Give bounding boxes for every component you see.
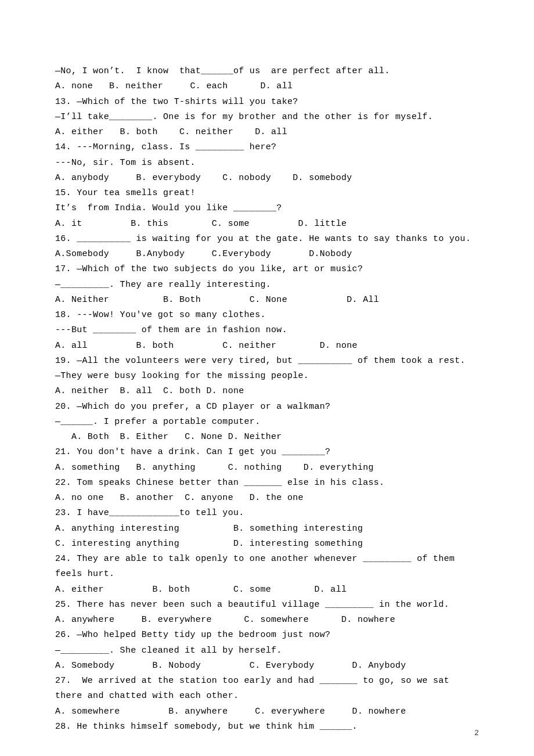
text-line: 17. —Which of the two subjects do you li… xyxy=(55,262,479,277)
text-line: A. none B. neither C. each D. all xyxy=(55,79,479,94)
text-line: 13. —Which of the two T-shirts will you … xyxy=(55,95,479,110)
text-line: C. interesting anything D. interesting s… xyxy=(55,537,479,552)
text-line: ---But ________ of them are in fashion n… xyxy=(55,323,479,338)
text-line: 19. —All the volunteers were very tired,… xyxy=(55,354,479,369)
text-line: A. it B. this C. some D. little xyxy=(55,217,479,232)
text-line: It’s from India. Would you like ________… xyxy=(55,201,479,216)
text-line: A. anything interesting B. something int… xyxy=(55,521,479,537)
text-line: 25. There has never been such a beautifu… xyxy=(55,597,479,613)
text-line: A. all B. both C. neither D. none xyxy=(55,339,479,354)
text-line: 22. Tom speaks Chinese better than _____… xyxy=(55,476,479,491)
text-line: 18. ---Wow! You've got so many clothes. xyxy=(55,308,479,323)
text-line: —_________. They are really interesting. xyxy=(55,278,479,293)
text-line: —They were busy looking for the missing … xyxy=(55,369,479,384)
document-content: —No, I won’t. I know that______of us are… xyxy=(55,64,479,735)
text-line: —_________. She cleaned it all by hersel… xyxy=(55,643,479,658)
text-line: ---No, sir. Tom is absent. xyxy=(55,156,479,171)
text-line: A. anybody B. everybody C. nobody D. som… xyxy=(55,171,479,186)
page-number: 2 xyxy=(474,727,479,740)
text-line: A. either B. both C. neither D. all xyxy=(55,125,479,140)
text-line: 26. —Who helped Betty tidy up the bedroo… xyxy=(55,628,479,643)
text-line: A. anywhere B. everywhere C. somewhere D… xyxy=(55,613,479,628)
text-line: 21. You don't have a drink. Can I get yo… xyxy=(55,445,479,460)
text-line: A. Neither B. Both C. None D. All xyxy=(55,293,479,308)
text-line: A. Somebody B. Nobody C. Everybody D. An… xyxy=(55,658,479,674)
text-line: —I’ll take________. One is for my brothe… xyxy=(55,110,479,125)
text-line: 24. They are able to talk openly to one … xyxy=(55,552,479,582)
text-line: 27. We arrived at the station too early … xyxy=(55,674,479,704)
text-line: 16. __________ is waiting for you at the… xyxy=(55,232,479,247)
text-line: —______. I prefer a portable computer. xyxy=(55,415,479,430)
text-line: 23. I have_____________to tell you. xyxy=(55,506,479,521)
text-line: A. somewhere B. anywhere C. everywhere D… xyxy=(55,704,479,719)
text-line: —No, I won’t. I know that______of us are… xyxy=(55,64,479,79)
text-line: A. something B. anything C. nothing D. e… xyxy=(55,460,479,476)
text-line: A. either B. both C. some D. all xyxy=(55,582,479,597)
text-line: A. neither B. all C. both D. none xyxy=(55,384,479,399)
text-line: A.Somebody B.Anybody C.Everybody D.Nobod… xyxy=(55,247,479,262)
text-line: 20. —Which do you prefer, a CD player or… xyxy=(55,399,479,415)
text-line: 15. Your tea smells great! xyxy=(55,186,479,201)
text-line: A. Both B. Either C. None D. Neither xyxy=(55,430,479,445)
text-line: 14. ---Morning, class. Is _________ here… xyxy=(55,140,479,155)
text-line: 28. He thinks himself somebody, but we t… xyxy=(55,719,479,735)
text-line: A. no one B. another C. anyone D. the on… xyxy=(55,491,479,506)
document-page: —No, I won’t. I know that______of us are… xyxy=(0,0,534,756)
